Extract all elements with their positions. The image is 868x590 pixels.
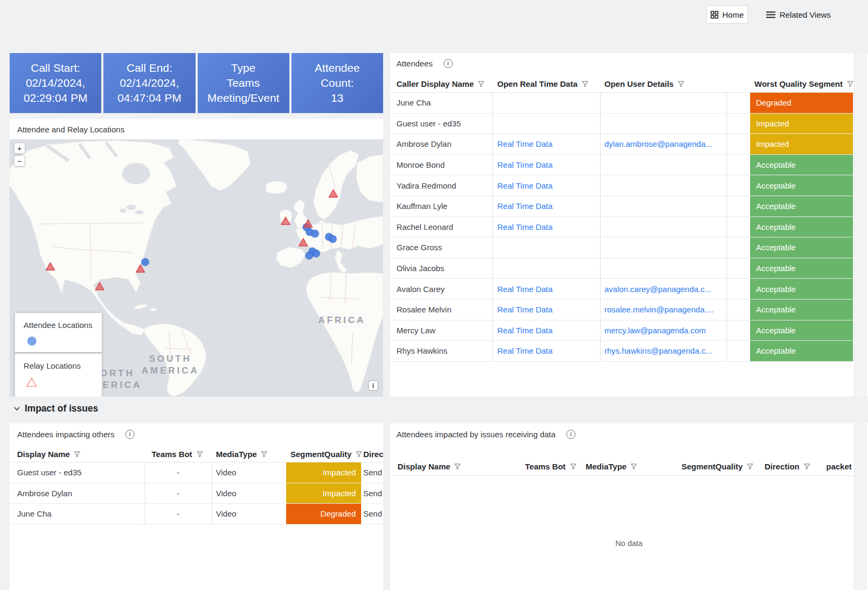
worst-quality-badge: Degraded <box>750 93 853 113</box>
attendee-location-marker[interactable] <box>311 230 319 237</box>
filter-icon[interactable] <box>746 463 754 470</box>
media-type: Video <box>216 483 236 504</box>
user-details-link[interactable]: rhys.hawkins@panagenda.c... <box>604 341 712 361</box>
attendees-row: Grace GrossAcceptable <box>390 237 855 258</box>
info-icon[interactable]: i <box>444 59 453 68</box>
filter-icon[interactable] <box>73 451 81 458</box>
impacting-col-teams-bot: Teams Bot <box>152 447 204 461</box>
filter-icon[interactable] <box>677 80 685 87</box>
filter-icon[interactable] <box>477 80 485 87</box>
world-map[interactable]: NORTHAMERICASOUTHAMERICAAFRICA + − Atten… <box>10 139 383 397</box>
zoom-out-button[interactable]: − <box>14 155 25 167</box>
caller-display-name: Guest user - ed35 <box>396 114 461 134</box>
dashboard-grid-icon <box>710 11 719 19</box>
summary-cards: Call Start:02/14/2024,02:29:04 PMCall En… <box>10 53 383 113</box>
summary-card-call-start: Call Start:02/14/2024,02:29:04 PM <box>10 53 101 113</box>
filter-icon[interactable] <box>630 463 638 470</box>
filter-icon[interactable] <box>260 451 268 458</box>
attendees-row: Rosalee MelvinReal Time Datarosalee.melv… <box>390 300 855 320</box>
impacted-col-packet: packet <box>826 459 852 473</box>
display-name: Ambrose Dylan <box>17 483 72 504</box>
scrollbar-gutter[interactable] <box>854 53 866 397</box>
related-views-button[interactable]: Related Views <box>763 9 834 20</box>
caller-display-name: Rhys Hawkins <box>396 341 447 361</box>
attendees-row: Kauffman LyleReal Time DataAcceptable <box>390 196 855 217</box>
filter-icon[interactable] <box>803 463 811 470</box>
attendees-row: Ambrose DylanReal Time Datadylan.ambrose… <box>390 134 855 155</box>
info-icon[interactable]: i <box>125 430 134 439</box>
user-details-link[interactable]: mercy.law@panagenda.com <box>604 320 706 341</box>
attendee-location-marker[interactable] <box>141 258 149 266</box>
filter-icon[interactable] <box>570 463 577 470</box>
worst-quality-badge: Acceptable <box>750 341 853 361</box>
user-details-link[interactable]: rosalee.melvin@panagenda.... <box>604 300 714 320</box>
home-label: Home <box>722 10 744 19</box>
home-button[interactable]: Home <box>706 5 748 24</box>
user-details-link[interactable]: avalon.carey@panagenda.c... <box>604 279 712 299</box>
attendees-body: June ChaDegradedGuest user - ed35Impacte… <box>390 92 855 362</box>
zoom-in-button[interactable]: + <box>14 143 25 154</box>
attendee-location-marker[interactable] <box>312 250 320 257</box>
real-time-data-link[interactable]: Real Time Data <box>497 341 552 361</box>
real-time-data-link[interactable]: Real Time Data <box>497 134 552 154</box>
media-type: Video <box>216 504 236 524</box>
worst-quality-badge: Acceptable <box>750 300 853 320</box>
worst-quality-badge: Acceptable <box>750 175 853 196</box>
real-time-data-link[interactable]: Real Time Data <box>497 217 552 237</box>
real-time-data-link[interactable]: Real Time Data <box>497 175 552 196</box>
card-line: 02/14/2024, <box>119 76 179 91</box>
caller-display-name: Yadira Redmond <box>396 175 456 196</box>
column-divider <box>727 92 727 361</box>
filter-icon[interactable] <box>454 463 461 470</box>
impacting-title: Attendees impacting others <box>17 430 115 439</box>
hamburger-icon <box>766 11 775 18</box>
media-type: Video <box>216 462 236 483</box>
segment-quality-badge: Impacted <box>286 483 361 504</box>
attendees-col-worst-quality-segment: Worst Quality Segment <box>754 76 854 92</box>
impacted-col-teams-bot: Teams Bot <box>525 459 577 473</box>
worst-quality-badge: Acceptable <box>750 320 853 341</box>
caller-display-name: Mercy Law <box>396 320 436 341</box>
impacted-panel: Attendees impacted by issues receiving d… <box>390 423 868 590</box>
info-icon[interactable]: i <box>566 430 575 439</box>
user-details-link[interactable]: dylan.ambrose@panagenda... <box>604 134 712 154</box>
worst-quality-badge: Acceptable <box>750 279 853 299</box>
attendees-col-caller-display-name: Caller Display Name <box>396 76 485 92</box>
segment-quality-badge: Impacted <box>286 462 361 483</box>
attendee-location-marker[interactable] <box>305 252 313 259</box>
caller-display-name: Avalon Carey <box>396 279 445 299</box>
filter-icon[interactable] <box>196 451 204 458</box>
impacting-col-segmentquality: SegmentQuality <box>290 447 363 461</box>
teams-bot: - <box>145 504 212 524</box>
real-time-data-link[interactable]: Real Time Data <box>497 196 552 216</box>
direction: Send <box>363 483 382 504</box>
impacted-title: Attendees impacted by issues receiving d… <box>396 430 556 439</box>
impact-section-label: Impact of issues <box>25 403 98 414</box>
worst-quality-badge: Impacted <box>750 134 853 154</box>
card-line: Type <box>231 61 256 76</box>
real-time-data-link[interactable]: Real Time Data <box>497 320 552 341</box>
filter-icon[interactable] <box>847 80 854 87</box>
attendees-row: Rachel LeonardReal Time DataAcceptable <box>390 217 855 238</box>
impacting-row: June Cha-VideoDegradedSend <box>10 504 383 525</box>
worst-quality-badge: Acceptable <box>750 258 853 279</box>
filter-icon[interactable] <box>581 80 589 87</box>
map-area-label: SOUTH <box>149 354 192 364</box>
map-area-label: AFRICA <box>318 315 365 325</box>
impact-section-toggle[interactable]: Impact of issues <box>14 403 98 414</box>
attendees-row: Avalon CareyReal Time Dataavalon.carey@p… <box>390 279 855 300</box>
scrollbar-gutter[interactable] <box>854 423 866 590</box>
card-line: Call End: <box>126 61 172 76</box>
map-area-label: AMERICA <box>141 365 199 376</box>
map-legend: Attendee Locations Relay Locations <box>15 313 102 397</box>
map-attribution-button[interactable]: i <box>368 380 378 391</box>
real-time-data-link[interactable]: Real Time Data <box>497 279 552 299</box>
column-divider <box>600 92 601 361</box>
real-time-data-link[interactable]: Real Time Data <box>497 300 552 320</box>
real-time-data-link[interactable]: Real Time Data <box>497 155 552 175</box>
attendee-location-marker[interactable] <box>329 235 336 243</box>
filter-icon[interactable] <box>355 451 363 458</box>
worst-quality-badge: Acceptable <box>750 196 853 216</box>
card-line: Call Start: <box>31 61 80 76</box>
column-divider <box>492 92 493 361</box>
